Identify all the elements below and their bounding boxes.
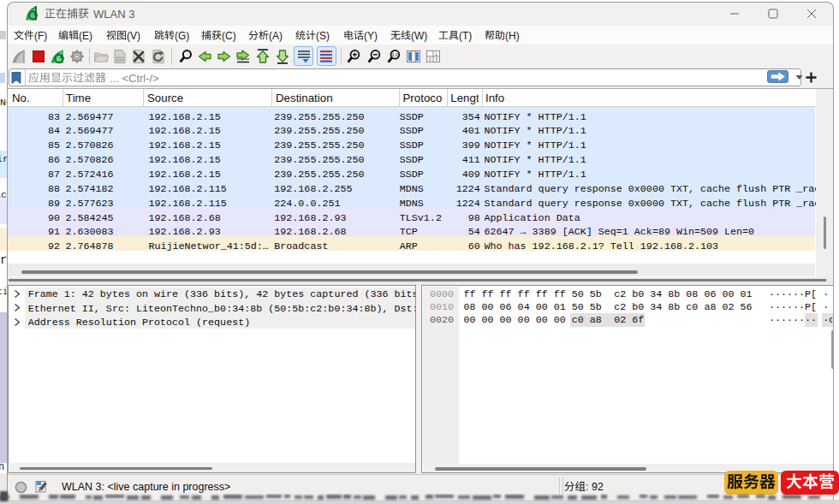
svg-text:3: 3 xyxy=(435,57,437,62)
svg-text:2: 2 xyxy=(429,57,431,62)
svg-text:1: 1 xyxy=(435,52,437,56)
svg-text:1:1: 1:1 xyxy=(392,52,398,57)
svg-text:010: 010 xyxy=(116,57,123,62)
